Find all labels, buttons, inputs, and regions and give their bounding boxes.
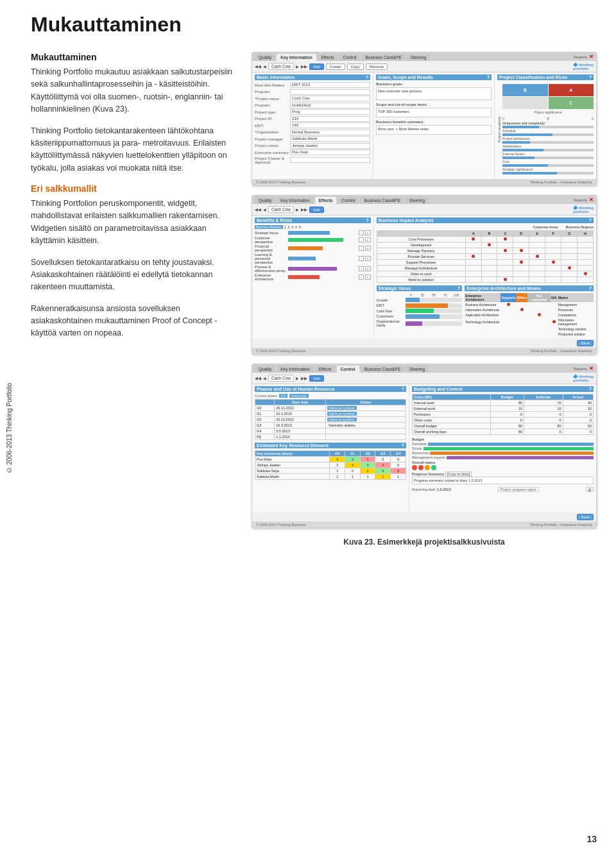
tab-key-information[interactable]: Key Information [277,54,316,61]
footer-1: © 2006-2013 Thinking Business Thinking P… [252,179,596,185]
panel-enterprise-title: Enterprise Architecture and Means? [465,285,594,291]
tab3-key-info[interactable]: Key Information [277,366,314,373]
caption: Kuva 23. Esimerkkejä projektisalkkusivui… [252,538,597,547]
create-btn[interactable]: Create [326,64,345,70]
panel-classification: Project Classification and Risks? Projec… [495,72,596,179]
content-2: Benefits & Risks? Business Benefits 1234… [252,216,596,339]
page-number: 13 [586,834,597,844]
panel-phases: Phases and Use of Human Resource? Curren… [252,384,409,513]
logo-3: 🔷 thinkingportfolio [573,374,594,382]
section-para-5: Rakenneratkaisunsa ansiosta sovelluksen … [31,303,236,340]
phases-table: Start dateStatus G026.11.2012Valinis ja … [255,399,406,440]
sidebar-label: © 2006-2013 Thinking Portfolio [6,383,13,473]
tab2-effects[interactable]: Effects [315,197,337,204]
tab-control[interactable]: Control [339,54,360,61]
tab2-quality[interactable]: Quality [255,197,275,204]
tab-business-case[interactable]: Business Case&PE [361,54,405,61]
toolbar-3: ◀◀ ◀ Cash Cow ▶ ▶▶ Add 🔷 thinkingportfol… [252,373,596,384]
project-name-field-3[interactable]: Cash Cow [268,375,294,382]
close-icon-3[interactable]: ✕ [589,366,594,371]
tab2-key-info[interactable]: Key Information [277,197,314,204]
panel-impact: Business Impact Analysis? Corporate Area… [374,216,596,339]
tab3-business[interactable]: Business Case&PE [361,366,404,373]
add-btn-3[interactable]: Add [309,375,324,382]
close-icon[interactable]: ✕ [589,54,594,60]
screenshot-2: Quality Key Information Effects Control … [252,195,597,355]
section-para-1: Thinking Portfolio mukautuu asiakkaan sa… [31,66,236,116]
panel-impact-title: Business Impact Analysis? [377,217,594,223]
impact-table: ABCDEFGH Core Processes Development Mana… [377,230,594,283]
section-heading-1: Mukauttaminen [31,52,236,62]
resource-table: Key resources (days) G0G1G2G3G4 Puu Keij… [255,450,406,480]
footer-3: © 2006-2013 Thinking Business Thinking P… [252,522,596,528]
save-btn-2[interactable]: Save [577,340,594,346]
copy-btn[interactable]: Copy [347,64,364,70]
tab-quality[interactable]: Quality [255,54,275,61]
screenshot-3: Quality Key Information Effects Control … [252,364,597,529]
panel-benefits-title: Benefits & Risks? [255,217,371,223]
close-icon-2[interactable]: ✕ [589,197,594,203]
reports-label: Reports [574,55,587,59]
panel-goals-title: Goals, Scope and Results? [376,74,492,80]
panel-goals: Goals, Scope and Results? Business goals… [373,72,495,179]
project-name-field-2[interactable]: Cash Cow [268,206,294,213]
panel-resource-title: Estimated Key Resource Demand? [255,443,406,448]
toolbar-2: ◀◀ ◀ Cash Cow ▶ ▶▶ Add 🔷 thinkingportfol… [252,204,596,216]
tab3-control[interactable]: Control [337,366,359,373]
footer-left-2: © 2006-2013 Thinking Business [256,349,306,353]
footer-left-1: © 2006-2013 Thinking Business [256,180,306,184]
tab-bar-2: Quality Key Information Effects Control … [252,196,596,204]
panel-basic-info: Basic Information? Must-Win-Battles:EBIT… [252,72,373,179]
panel-classification-title: Project Classification and Risks? [497,74,594,80]
footer-right-1: Thinking Portfolio - Innovative Simplici… [530,180,592,184]
tab2-business[interactable]: Business Case&PE [360,197,404,204]
tab-steering[interactable]: Steering [407,54,430,61]
footer-left-3: © 2006-2013 Thinking Business [256,523,306,527]
section-para-2: Thinking Portfolio tietokantarakenteen l… [31,125,236,175]
tab-effects[interactable]: Effects [318,54,338,61]
page-title: Mukauttaminen [31,13,597,37]
project-name-field[interactable]: Cash Cow [268,63,294,70]
section-para-3: Thinking Portfolion peruskomponentit, wi… [31,198,236,248]
budget-table: Costs (M€) BudgetEstimateActual Internal… [412,394,594,435]
add-btn[interactable]: Add [309,64,324,70]
section-para-4: Sovelluksen tietokantaratkaisu on tehty … [31,257,236,294]
panel-benefits: Benefits & Risks? Business Benefits 1234… [252,216,374,339]
panel-strategic-title: Strategic focus? [377,285,463,291]
screenshot-1: Quality Key Information Effects Control … [252,52,597,186]
footer-right-3: Thinking Portfolio - Innovative Simplici… [530,523,592,527]
tab-bar-1: Quality Key Information Effects Control … [252,53,596,61]
content-1: Basic Information? Must-Win-Battles:EBIT… [252,72,596,179]
panel-phases-title: Phases and Use of Human Resource? [255,386,406,392]
reports-label-2: Reports [574,198,587,202]
section-subheading: Eri salkkumallit [31,183,236,194]
tab3-effects[interactable]: Effects [315,366,336,373]
content-3: Phases and Use of Human Resource? Curren… [252,384,596,513]
panel-budget-title: Budgeting and Control? [412,386,594,392]
reports-label-3: Reports [574,367,587,371]
panel-budget: Budgeting and Control? Costs (M€) Budget… [409,384,596,513]
save-btn-3[interactable]: Save [577,514,594,520]
remove-btn[interactable]: Remove [366,64,388,70]
sidebar: © 2006-2013 Thinking Portfolio [0,0,18,857]
footer-right-2: Thinking Portfolio - Innovative Simplici… [530,349,592,353]
logo-1: 🔷 thinkingportfolio [573,62,594,71]
toolbar-1: ◀◀ ◀ Cash Cow ▶ ▶▶ Add Create Copy Remov… [252,61,596,72]
tab2-control[interactable]: Control [338,197,359,204]
tab3-steering[interactable]: Steering [406,366,429,373]
add-btn-2[interactable]: Add [309,207,324,213]
footer-2: © 2006-2013 Thinking Business Thinking P… [252,348,596,354]
tab2-steering[interactable]: Steering [406,197,429,204]
panel-basic-title: Basic Information? [255,74,370,80]
tab-bar-3: Quality Key Information Effects Control … [252,364,596,373]
logo-2: 🔷 thinkingportfolio [573,205,594,214]
tab3-quality[interactable]: Quality [255,366,275,373]
